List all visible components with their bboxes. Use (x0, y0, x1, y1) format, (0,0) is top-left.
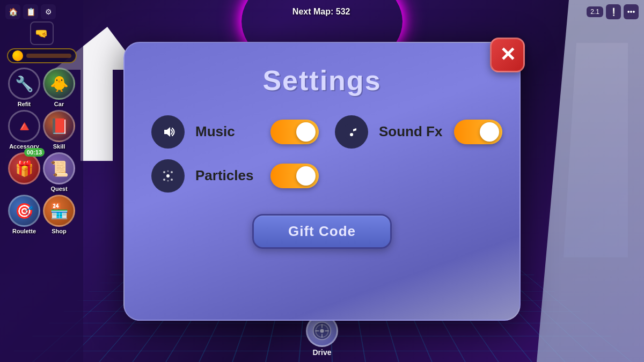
svg-point-8 (171, 179, 173, 181)
soundfx-toggle[interactable] (454, 120, 502, 144)
particles-toggle[interactable] (270, 164, 319, 188)
soundfx-label: Sound Fx (379, 123, 443, 140)
music-toggle[interactable] (270, 120, 319, 144)
svg-point-6 (171, 171, 173, 173)
particles-label: Particles (195, 167, 260, 184)
soundfx-setting: Sound Fx (335, 115, 502, 149)
close-icon: ✕ (500, 45, 516, 64)
gift-code-button[interactable]: Gift Code (252, 214, 392, 249)
svg-point-5 (163, 171, 165, 173)
music-toggle-thumb (296, 122, 316, 142)
music-setting: Music (151, 115, 319, 149)
modal-overlay: ✕ Settings Music (0, 0, 644, 362)
svg-point-4 (166, 174, 170, 178)
modal-title: Settings (151, 64, 493, 97)
settings-row-2: Particles (151, 159, 493, 193)
particles-icon-circle (151, 159, 185, 193)
music-icon-circle (151, 115, 185, 149)
svg-point-9 (167, 170, 169, 172)
particles-toggle-thumb (296, 166, 316, 186)
settings-row-1: Music Sound Fx (151, 115, 493, 149)
svg-point-2 (343, 123, 360, 141)
close-button[interactable]: ✕ (490, 38, 525, 72)
settings-modal: ✕ Settings Music (123, 42, 521, 321)
music-label: Music (195, 123, 260, 140)
soundfx-icon-circle (335, 115, 368, 149)
svg-point-7 (163, 179, 165, 181)
svg-point-10 (167, 180, 169, 181)
particles-setting: Particles (151, 159, 319, 193)
soundfx-toggle-thumb (480, 122, 499, 142)
